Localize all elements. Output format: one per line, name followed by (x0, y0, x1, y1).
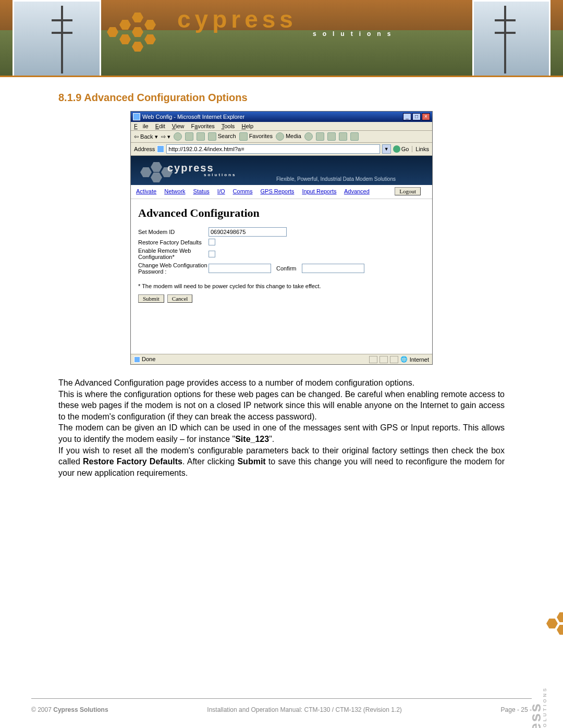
restore-checkbox[interactable] (209, 239, 215, 245)
banner-photo-left (13, 0, 101, 77)
edit-icon[interactable] (339, 132, 347, 141)
row-restore: Restore Factory Defaults (138, 239, 425, 245)
window-title: Web Config - Microsoft Internet Explorer (142, 112, 244, 122)
refresh-icon[interactable] (185, 132, 193, 141)
ie-addressbar: Address ▼ Go Links (131, 143, 432, 156)
mail-icon[interactable] (316, 132, 324, 141)
status-box (390, 356, 398, 363)
page-content: cypressSOLUTIONS Flexible, Powerful, Ind… (131, 156, 432, 354)
banner-hex-icon (107, 13, 169, 62)
site-id-example: Site_123 (235, 435, 269, 443)
stop-icon[interactable] (174, 132, 182, 141)
address-input[interactable] (166, 144, 380, 154)
para-3: The modem can be given an ID which can b… (58, 422, 505, 445)
forward-button[interactable]: ⇨ ▾ (161, 133, 170, 140)
menu-tools[interactable]: Tools (222, 123, 235, 129)
section-heading: 8.1.9 Advanced Configuration Options (58, 92, 563, 104)
remote-checkbox[interactable] (209, 251, 215, 257)
menu-file[interactable]: File (134, 123, 149, 129)
site-nav: Activate Network Status I/O Comms GPS Re… (131, 185, 432, 199)
banner-logo: cypress SOLUTIONS (177, 5, 397, 38)
row-password: Change Web Configuration Password : Conf… (138, 262, 425, 275)
para-1: The Advanced Configuration page provides… (58, 377, 505, 389)
doc-banner: cypress SOLUTIONS (0, 0, 563, 77)
menu-view[interactable]: View (172, 123, 185, 129)
minimize-button[interactable]: _ (403, 113, 411, 120)
row-remote: Enable Remote Web Configuration* (138, 248, 425, 260)
footer-left: © 2007 Cypress Solutions (31, 706, 108, 713)
site-tagline: Flexible, Powerful, Industrial Data Mode… (276, 176, 396, 182)
back-button[interactable]: ⇦ Back ▾ (134, 133, 158, 140)
status-box (380, 356, 388, 363)
nav-activate[interactable]: Activate (136, 188, 156, 194)
para-2: This is where the configuration options … (58, 389, 505, 423)
search-button[interactable]: Search (208, 132, 236, 141)
go-button[interactable]: Go (393, 145, 409, 153)
banner-photo-right (472, 0, 550, 77)
body-text: The Advanced Configuration page provides… (58, 377, 505, 478)
ie-statusbar: Done 🌐 Internet (131, 354, 432, 364)
tower-icon (504, 6, 506, 73)
footer-rule (31, 698, 532, 699)
tower-icon (61, 6, 63, 73)
password-input[interactable] (209, 264, 271, 273)
footer-center: Installation and Operation Manual: CTM-1… (207, 706, 402, 713)
password-confirm-input[interactable] (302, 264, 364, 273)
menu-help[interactable]: Help (241, 123, 253, 129)
status-zone: Internet (410, 356, 429, 363)
done-icon (134, 356, 140, 363)
nav-input[interactable]: Input Reports (302, 188, 336, 194)
status-done: Done (142, 356, 155, 362)
page-icon (157, 145, 164, 153)
footer-page: Page - 25 - (501, 706, 532, 713)
globe-icon: 🌐 (400, 356, 408, 363)
row-modem-id: Set Modem ID (138, 227, 425, 237)
nav-advanced[interactable]: Advanced (344, 188, 370, 194)
favorites-button[interactable]: Favorites (239, 132, 273, 141)
brand-text: cypress (177, 6, 297, 33)
logout-button[interactable]: Logout (395, 187, 421, 195)
site-logo: cypressSOLUTIONS (167, 162, 237, 177)
confirm-label: Confirm (276, 265, 297, 272)
para-4: If you wish to reset all the modem's con… (58, 445, 505, 479)
cancel-button[interactable]: Cancel (167, 294, 193, 303)
menu-favorites[interactable]: Favorites (191, 123, 215, 129)
site-banner: cypressSOLUTIONS Flexible, Powerful, Ind… (131, 156, 432, 185)
restore-label: Restore Factory Defaults (138, 239, 209, 245)
nav-network[interactable]: Network (164, 188, 185, 194)
modem-id-label: Set Modem ID (138, 229, 209, 235)
menu-edit[interactable]: Edit (155, 123, 165, 129)
media-button[interactable]: Media (276, 132, 301, 141)
address-dropdown[interactable]: ▼ (382, 144, 391, 154)
status-box (369, 356, 377, 363)
submit-button[interactable]: Submit (138, 294, 164, 303)
history-icon[interactable] (304, 132, 313, 141)
close-button[interactable]: × (422, 113, 430, 120)
home-icon[interactable] (197, 132, 205, 141)
nav-comms[interactable]: Comms (233, 188, 253, 194)
go-icon (393, 145, 400, 153)
nav-status[interactable]: Status (193, 188, 210, 194)
remote-label: Enable Remote Web Configuration* (138, 248, 209, 260)
page-title: Advanced Configuration (138, 206, 425, 220)
ie-menubar: File Edit View Favorites Tools Help (131, 122, 432, 131)
bold-submit: Submit (237, 457, 265, 466)
password-label: Change Web Configuration Password : (138, 262, 209, 275)
ie-app-icon (133, 113, 140, 120)
address-label: Address (134, 146, 155, 152)
links-label[interactable]: Links (412, 146, 429, 152)
print-icon[interactable] (327, 132, 336, 141)
brand-sub: SOLUTIONS (313, 30, 397, 38)
note-text: * The modem will need to be power cycled… (138, 283, 425, 289)
nav-io[interactable]: I/O (217, 188, 225, 194)
ie-toolbar: ⇦ Back ▾ ⇨ ▾ Search Favorites Media (131, 131, 432, 143)
footer: © 2007 Cypress Solutions Installation an… (31, 706, 532, 713)
nav-gps[interactable]: GPS Reports (261, 188, 295, 194)
maximize-button[interactable]: □ (412, 113, 421, 120)
ie-titlebar: Web Config - Microsoft Internet Explorer… (131, 112, 432, 122)
ie-window: Web Config - Microsoft Internet Explorer… (130, 111, 433, 365)
modem-id-input[interactable] (209, 227, 287, 237)
discuss-icon[interactable] (350, 132, 359, 141)
bold-restore: Restore Factory Defaults (83, 457, 182, 466)
